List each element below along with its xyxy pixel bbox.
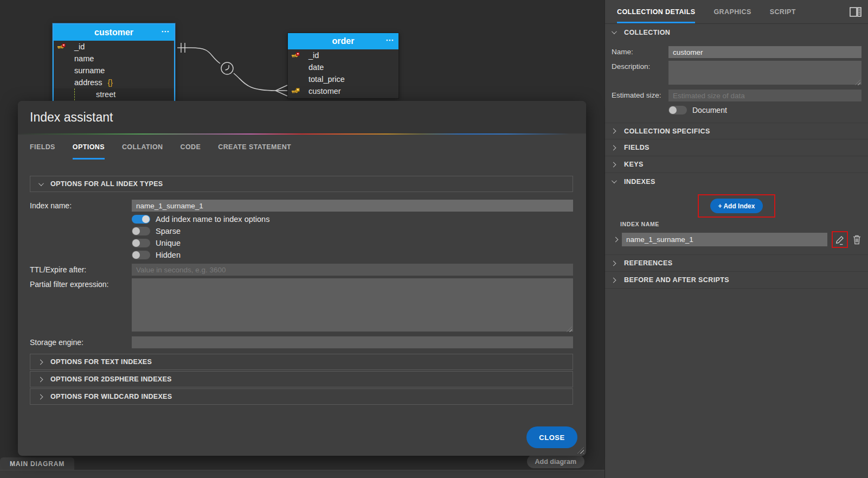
section-label: INDEXES bbox=[624, 178, 655, 186]
toggle-label: Sparse bbox=[156, 227, 181, 235]
tab-main-diagram[interactable]: MAIN DIAGRAM bbox=[0, 457, 74, 470]
chevron-right-icon bbox=[38, 359, 43, 365]
tab-graphics[interactable]: GRAPHICS bbox=[713, 0, 751, 23]
table-menu-icon[interactable]: ⋯ bbox=[385, 33, 394, 47]
ttl-input[interactable] bbox=[132, 264, 573, 276]
collection-details-sidebar: COLLECTION DETAILS GRAPHICS SCRIPT COLLE… bbox=[605, 0, 868, 478]
document-toggle-label: Document bbox=[692, 106, 727, 114]
table-customer[interactable]: customer ⋯ _id name surname address {} s… bbox=[53, 23, 175, 103]
chevron-right-icon bbox=[611, 277, 616, 283]
description-textarea[interactable] bbox=[668, 61, 861, 85]
section-references[interactable]: REFERENCES bbox=[605, 255, 868, 272]
toggle-label: Unique bbox=[156, 239, 181, 247]
estimated-size-input[interactable] bbox=[668, 90, 861, 101]
trash-icon bbox=[852, 234, 861, 245]
section-collection-specifics[interactable]: COLLECTION SPECIFICS bbox=[605, 123, 868, 139]
section-label: OPTIONS FOR TEXT INDEXES bbox=[50, 358, 152, 366]
name-label: Name: bbox=[612, 46, 668, 58]
index-name-field[interactable] bbox=[622, 233, 827, 246]
table-field-row[interactable]: total_price bbox=[288, 73, 398, 85]
section-options-text-indexes[interactable]: OPTIONS FOR TEXT INDEXES bbox=[30, 354, 573, 370]
index-name-column-header: INDEX NAME bbox=[620, 221, 861, 227]
table-order[interactable]: order ⋯ _id date total_price customer bbox=[287, 33, 399, 99]
delete-index-button[interactable] bbox=[852, 234, 861, 245]
table-field-row[interactable]: customer bbox=[288, 85, 398, 97]
chevron-right-icon[interactable] bbox=[613, 237, 619, 243]
hidden-toggle[interactable] bbox=[132, 251, 150, 259]
chevron-right-icon bbox=[611, 145, 616, 150]
add-index-name-toggle[interactable] bbox=[132, 215, 150, 224]
tab-collation[interactable]: COLLATION bbox=[122, 135, 163, 160]
table-field-row[interactable]: address {} bbox=[54, 77, 174, 88]
index-name-input[interactable] bbox=[132, 200, 573, 212]
table-customer-title: customer bbox=[94, 28, 133, 37]
index-row bbox=[612, 231, 861, 248]
chevron-right-icon bbox=[38, 394, 43, 399]
chevron-down-icon bbox=[612, 29, 617, 34]
section-label: BEFORE AND AFTER SCRIPTS bbox=[624, 276, 729, 284]
unique-toggle[interactable] bbox=[132, 239, 150, 247]
section-label: FIELDS bbox=[624, 144, 650, 151]
tab-collection-details[interactable]: COLLECTION DETAILS bbox=[617, 0, 695, 23]
table-field-row-nested[interactable]: street bbox=[54, 88, 174, 100]
section-label: COLLECTION SPECIFICS bbox=[624, 128, 710, 135]
tab-code[interactable]: CODE bbox=[181, 135, 201, 160]
index-name-label: Index name: bbox=[30, 200, 132, 212]
close-button[interactable]: CLOSE bbox=[526, 426, 577, 448]
diagram-tab-bar bbox=[0, 470, 605, 478]
modal-title: Index assistant bbox=[30, 110, 113, 125]
document-toggle[interactable] bbox=[668, 106, 687, 114]
field-name: customer bbox=[308, 87, 341, 95]
section-label: OPTIONS FOR 2DSPHERE INDEXES bbox=[50, 375, 172, 383]
estimated-size-label: Estimated size: bbox=[612, 90, 668, 101]
table-field-row[interactable]: _id bbox=[288, 49, 398, 61]
field-name: _id bbox=[74, 42, 85, 51]
tab-options[interactable]: OPTIONS bbox=[73, 135, 105, 160]
foreign-key-icon bbox=[292, 87, 300, 96]
table-field-row[interactable]: _id bbox=[54, 41, 174, 53]
section-before-after-scripts[interactable]: BEFORE AND AFTER SCRIPTS bbox=[605, 272, 868, 289]
section-label: OPTIONS FOR WILDCARD INDEXES bbox=[50, 393, 172, 400]
chevron-right-icon bbox=[38, 377, 43, 382]
section-label: REFERENCES bbox=[624, 259, 672, 267]
section-fields[interactable]: FIELDS bbox=[605, 139, 868, 156]
table-customer-header[interactable]: customer ⋯ bbox=[54, 24, 174, 41]
section-options-all-index-types[interactable]: OPTIONS FOR ALL INDEX TYPES bbox=[30, 176, 573, 192]
table-menu-icon[interactable]: ⋯ bbox=[161, 24, 170, 39]
field-name: total_price bbox=[308, 75, 345, 84]
tab-script[interactable]: SCRIPT bbox=[770, 0, 796, 23]
collection-form: Name: Description: Estimated size: bbox=[605, 41, 868, 123]
add-diagram-button[interactable]: Add diagram bbox=[527, 455, 584, 468]
panel-layout-icon[interactable] bbox=[850, 0, 861, 23]
section-options-wildcard-indexes[interactable]: OPTIONS FOR WILDCARD INDEXES bbox=[30, 388, 573, 405]
collection-name-input[interactable] bbox=[668, 46, 861, 58]
field-name: street bbox=[96, 90, 115, 99]
section-indexes[interactable]: INDEXES bbox=[605, 173, 868, 190]
sidebar-tab-bar: COLLECTION DETAILS GRAPHICS SCRIPT bbox=[605, 0, 868, 24]
table-field-row[interactable]: date bbox=[288, 61, 398, 73]
partial-filter-textarea[interactable] bbox=[132, 278, 573, 332]
edit-index-highlight-box bbox=[832, 231, 848, 248]
tab-create-statement[interactable]: CREATE STATEMENT bbox=[218, 135, 291, 160]
modal-resize-grip[interactable] bbox=[577, 447, 584, 454]
table-order-header[interactable]: order ⋯ bbox=[288, 33, 398, 49]
tab-main-diagram-label: MAIN DIAGRAM bbox=[10, 460, 65, 468]
chevron-right-icon bbox=[611, 129, 616, 134]
sparse-toggle[interactable] bbox=[132, 227, 150, 235]
field-name: name bbox=[74, 54, 94, 63]
storage-engine-input[interactable] bbox=[132, 336, 573, 348]
section-collection[interactable]: COLLECTION bbox=[605, 24, 868, 41]
table-field-row[interactable]: surname bbox=[54, 65, 174, 77]
section-keys[interactable]: KEYS bbox=[605, 156, 868, 173]
toggle-label: Add index name to index options bbox=[156, 215, 269, 224]
tab-fields[interactable]: FIELDS bbox=[30, 135, 55, 160]
table-field-row[interactable]: name bbox=[54, 53, 174, 65]
primary-key-icon bbox=[292, 52, 300, 60]
table-order-title: order bbox=[332, 36, 355, 46]
add-index-button[interactable]: + Add Index bbox=[710, 199, 763, 213]
section-options-2dsphere-indexes[interactable]: OPTIONS FOR 2DSPHERE INDEXES bbox=[30, 371, 573, 387]
description-label: Description: bbox=[612, 61, 668, 87]
field-name: _id bbox=[308, 51, 319, 60]
edit-index-button[interactable] bbox=[834, 234, 845, 245]
partial-filter-label: Partial filter expression: bbox=[30, 278, 132, 334]
